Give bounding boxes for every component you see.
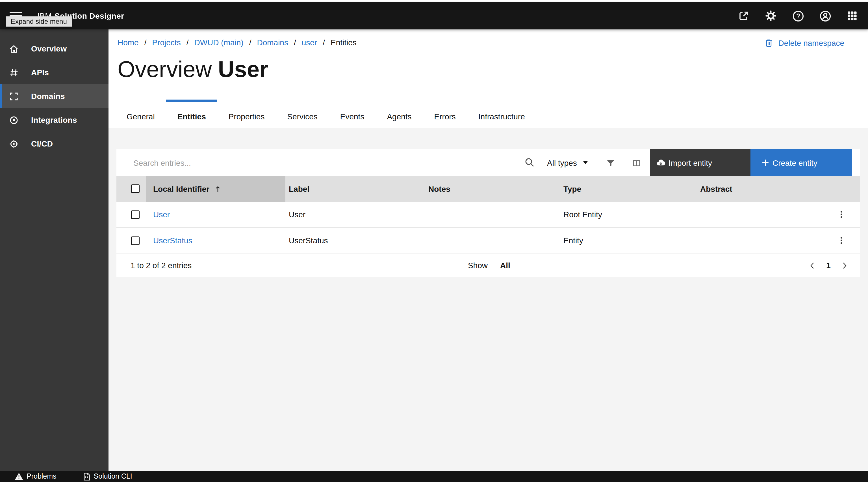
- entity-link[interactable]: UserStatus: [153, 228, 192, 253]
- sidebar-item-label: APIs: [31, 68, 49, 77]
- previous-page-button[interactable]: [803, 256, 821, 274]
- settings-button[interactable]: [757, 2, 784, 29]
- solution-cli-label: Solution CLI: [94, 472, 132, 480]
- hamburger-icon: [10, 12, 22, 13]
- tab-general[interactable]: General: [115, 100, 166, 128]
- app-header: IBM Solution Designer: [0, 2, 868, 29]
- create-entity-label: Create entity: [773, 158, 817, 167]
- pagination-page-size-select[interactable]: All: [500, 253, 510, 277]
- circle-dot-icon: [9, 115, 19, 125]
- app-switcher-button[interactable]: [839, 2, 866, 29]
- entity-link[interactable]: User: [153, 202, 170, 227]
- current-page-number[interactable]: 1: [823, 253, 834, 277]
- breadcrumb-link-projects[interactable]: Projects: [152, 38, 181, 47]
- next-page-button[interactable]: [835, 256, 853, 274]
- app-window: IBM Solution Designer: [0, 0, 868, 482]
- sidebar-item-integrations[interactable]: Integrations: [0, 108, 108, 132]
- tab-agents[interactable]: Agents: [375, 100, 423, 128]
- breadcrumb-current: Entities: [331, 38, 356, 47]
- code-document-icon: [83, 472, 90, 481]
- cell-label: User: [289, 202, 305, 227]
- help-button[interactable]: ?: [784, 2, 811, 29]
- sidebar: Overview APIs Domains Integrations: [0, 29, 108, 471]
- page-title-emphasis: User: [218, 57, 268, 82]
- focus-corners-icon: [9, 91, 19, 101]
- help-icon: ?: [792, 10, 804, 22]
- status-bar: Problems Solution CLI: [0, 471, 868, 482]
- problems-button[interactable]: Problems: [11, 472, 60, 481]
- sidebar-item-label: Integrations: [31, 115, 77, 124]
- sidebar-item-label: Overview: [31, 44, 67, 53]
- cell-type: Root Entity: [563, 202, 602, 227]
- column-header-label[interactable]: Label: [289, 176, 309, 202]
- account-button[interactable]: [811, 2, 839, 29]
- entities-panel: All types Import enti: [116, 149, 860, 277]
- page-title-regular: Overview: [118, 57, 212, 82]
- entities-toolbar: All types Import enti: [116, 149, 860, 176]
- chevron-right-icon: [840, 261, 848, 270]
- delete-namespace-button[interactable]: Delete namespace: [761, 37, 848, 49]
- overflow-menu-icon: [837, 210, 846, 219]
- warning-icon: [15, 472, 23, 480]
- select-all-checkbox[interactable]: [131, 185, 140, 193]
- hash-icon: [9, 67, 19, 77]
- trash-icon: [764, 38, 774, 48]
- tab-events[interactable]: Events: [329, 100, 376, 128]
- delete-namespace-label: Delete namespace: [778, 38, 844, 48]
- column-header-abstract[interactable]: Abstract: [700, 176, 733, 202]
- breadcrumb: Home / Projects / DWUD (main) / Domains …: [118, 38, 356, 47]
- share-button[interactable]: [730, 2, 757, 29]
- share-icon: [738, 10, 749, 22]
- breadcrumb-separator: /: [294, 38, 296, 47]
- import-entity-button[interactable]: Import entity: [650, 149, 750, 176]
- cell-type: Entity: [563, 228, 583, 253]
- tab-infrastructure[interactable]: Infrastructure: [467, 100, 536, 128]
- home-icon: [9, 44, 19, 53]
- table-header-row: Local Identifier Label Notes Type Abstra…: [116, 176, 860, 202]
- gear-icon: [765, 10, 776, 22]
- pagination-bar: 1 to 2 of 2 entries Show All 1: [116, 253, 860, 277]
- sidebar-item-label: CI/CD: [31, 139, 53, 148]
- column-settings-button[interactable]: [627, 154, 645, 172]
- expand-side-menu-tooltip: Expand side menu: [6, 17, 72, 27]
- row-overflow-menu-button[interactable]: [832, 205, 850, 224]
- breadcrumb-separator: /: [144, 38, 147, 47]
- search-input[interactable]: [116, 149, 541, 176]
- app-switcher-grid-icon: [846, 10, 858, 22]
- filter-funnel-icon: [606, 158, 615, 168]
- tab-services[interactable]: Services: [276, 100, 329, 128]
- sidebar-item-apis[interactable]: APIs: [0, 60, 108, 84]
- create-entity-button[interactable]: Create entity: [750, 149, 852, 176]
- breadcrumb-link-home[interactable]: Home: [118, 38, 139, 47]
- row-checkbox[interactable]: [131, 236, 140, 245]
- column-header-type[interactable]: Type: [563, 176, 581, 202]
- tab-entities[interactable]: Entities: [166, 100, 217, 128]
- plus-icon: [761, 159, 770, 167]
- user-avatar-icon: [819, 10, 831, 22]
- sidebar-item-domains[interactable]: Domains: [0, 84, 108, 108]
- pagination-show-label: Show: [468, 253, 488, 277]
- type-filter-dropdown[interactable]: All types: [541, 149, 595, 176]
- tab-properties[interactable]: Properties: [217, 100, 276, 128]
- table-row: User User Root Entity: [116, 202, 860, 227]
- breadcrumb-link-namespace[interactable]: user: [302, 38, 317, 47]
- cloud-download-icon: [656, 158, 666, 167]
- svg-text:?: ?: [796, 12, 800, 20]
- sidebar-item-overview[interactable]: Overview: [0, 37, 108, 60]
- row-overflow-menu-button[interactable]: [832, 231, 850, 250]
- breadcrumb-link-domains[interactable]: Domains: [257, 38, 288, 47]
- tab-errors[interactable]: Errors: [423, 100, 467, 128]
- breadcrumb-separator: /: [186, 38, 189, 47]
- breadcrumb-link-project[interactable]: DWUD (main): [194, 38, 243, 47]
- solution-cli-button[interactable]: Solution CLI: [79, 472, 135, 481]
- problems-label: Problems: [27, 472, 57, 480]
- search-icon[interactable]: [524, 157, 535, 167]
- row-checkbox[interactable]: [131, 210, 140, 219]
- overflow-menu-icon: [837, 236, 846, 245]
- filter-button[interactable]: [601, 154, 619, 172]
- table-row: UserStatus UserStatus Entity: [116, 227, 860, 253]
- sidebar-item-cicd[interactable]: CI/CD: [0, 132, 108, 155]
- columns-icon: [631, 158, 641, 168]
- column-header-notes[interactable]: Notes: [428, 176, 451, 202]
- column-header-local-identifier[interactable]: Local Identifier: [153, 176, 221, 202]
